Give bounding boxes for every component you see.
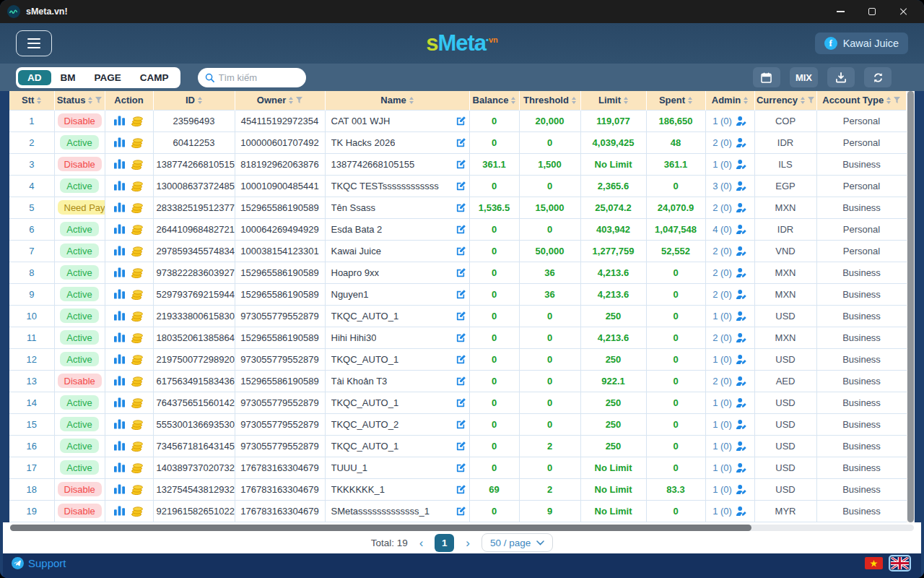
chart-icon[interactable] <box>114 332 125 342</box>
coins-icon[interactable] <box>131 202 144 213</box>
column-header-account_type[interactable]: Account Type <box>816 91 907 110</box>
chart-icon[interactable] <box>114 354 125 364</box>
chart-icon[interactable] <box>114 462 125 473</box>
filter-icon[interactable] <box>808 97 814 103</box>
admin-user-icon[interactable] <box>736 420 747 429</box>
admin-user-icon[interactable] <box>736 441 747 451</box>
sort-icon[interactable] <box>88 97 92 104</box>
coins-icon[interactable] <box>131 267 144 278</box>
edit-icon[interactable] <box>456 181 466 191</box>
edit-icon[interactable] <box>456 441 466 452</box>
admin-user-icon[interactable] <box>736 376 747 386</box>
close-button[interactable] <box>888 1 920 22</box>
vertical-scrollbar-thumb[interactable] <box>907 91 914 522</box>
column-header-action[interactable]: Action <box>105 91 153 110</box>
coins-icon[interactable] <box>131 397 144 408</box>
prev-page-button[interactable]: ‹ <box>418 537 425 549</box>
tab-page[interactable]: PAGE <box>85 70 131 85</box>
sort-icon[interactable] <box>624 97 628 104</box>
coins-icon[interactable] <box>131 376 144 387</box>
refresh-button[interactable] <box>864 67 892 87</box>
sort-icon[interactable] <box>511 97 515 104</box>
edit-icon[interactable] <box>456 332 466 343</box>
column-header-currency[interactable]: Currency <box>754 91 816 110</box>
column-header-spent[interactable]: Spent <box>646 91 705 110</box>
support-link[interactable]: Support <box>12 557 66 569</box>
admin-user-icon[interactable] <box>736 160 747 169</box>
sort-icon[interactable] <box>801 97 805 104</box>
edit-icon[interactable] <box>456 224 466 235</box>
coins-icon[interactable] <box>131 506 144 517</box>
admin-user-icon[interactable] <box>736 355 747 364</box>
edit-icon[interactable] <box>456 137 466 148</box>
admin-user-icon[interactable] <box>736 246 747 256</box>
edit-icon[interactable] <box>456 267 466 278</box>
admin-user-icon[interactable] <box>736 333 747 342</box>
chart-icon[interactable] <box>114 289 125 299</box>
chart-icon[interactable] <box>114 137 125 147</box>
vietnam-flag-icon[interactable] <box>865 557 883 569</box>
edit-icon[interactable] <box>456 397 466 408</box>
page-size-select[interactable]: 50 / page <box>481 533 553 552</box>
edit-icon[interactable] <box>456 159 466 170</box>
coins-icon[interactable] <box>131 137 144 148</box>
download-button[interactable] <box>827 67 855 87</box>
coins-icon[interactable] <box>131 484 144 495</box>
chart-icon[interactable] <box>114 159 125 169</box>
admin-user-icon[interactable] <box>736 485 747 494</box>
coins-icon[interactable] <box>131 246 144 256</box>
admin-user-icon[interactable] <box>736 290 747 299</box>
vertical-scrollbar[interactable] <box>907 91 915 522</box>
filter-icon[interactable] <box>95 97 102 103</box>
chart-icon[interactable] <box>114 376 125 386</box>
column-header-status[interactable]: Status <box>54 91 105 110</box>
coins-icon[interactable] <box>131 441 144 452</box>
admin-user-icon[interactable] <box>736 116 747 126</box>
current-page-button[interactable]: 1 <box>435 534 454 552</box>
chart-icon[interactable] <box>114 441 125 451</box>
chart-icon[interactable] <box>114 246 125 256</box>
menu-button[interactable] <box>16 30 52 56</box>
sort-icon[interactable] <box>409 97 414 104</box>
edit-icon[interactable] <box>456 419 466 430</box>
column-header-threshold[interactable]: Threshold <box>519 91 580 110</box>
chart-icon[interactable] <box>114 181 125 191</box>
chart-icon[interactable] <box>114 484 125 494</box>
sort-icon[interactable] <box>37 97 41 104</box>
tab-ad[interactable]: AD <box>18 70 51 85</box>
edit-icon[interactable] <box>456 289 466 300</box>
edit-icon[interactable] <box>456 311 466 322</box>
coins-icon[interactable] <box>131 224 144 235</box>
chart-icon[interactable] <box>114 224 125 234</box>
admin-user-icon[interactable] <box>736 506 747 516</box>
coins-icon[interactable] <box>131 159 144 170</box>
coins-icon[interactable] <box>131 116 144 126</box>
profile-button[interactable]: Kawai Juice <box>815 33 908 54</box>
edit-icon[interactable] <box>456 506 466 517</box>
edit-icon[interactable] <box>456 462 466 473</box>
minimize-button[interactable] <box>824 1 856 22</box>
admin-user-icon[interactable] <box>736 181 747 191</box>
column-header-limit[interactable]: Limit <box>580 91 646 110</box>
admin-user-icon[interactable] <box>736 225 747 234</box>
chart-icon[interactable] <box>114 506 125 516</box>
admin-user-icon[interactable] <box>736 203 747 212</box>
tab-camp[interactable]: CAMP <box>131 70 178 85</box>
admin-user-icon[interactable] <box>736 268 747 277</box>
column-header-balance[interactable]: Balance <box>469 91 519 110</box>
edit-icon[interactable] <box>456 354 466 365</box>
edit-icon[interactable] <box>456 202 466 213</box>
chart-icon[interactable] <box>114 311 125 321</box>
column-header-id[interactable]: ID <box>153 91 235 110</box>
coins-icon[interactable] <box>131 419 144 430</box>
chart-icon[interactable] <box>114 419 125 429</box>
edit-icon[interactable] <box>456 376 466 387</box>
horizontal-scrollbar-thumb[interactable] <box>10 525 751 531</box>
sort-icon[interactable] <box>289 97 293 104</box>
admin-user-icon[interactable] <box>736 311 747 321</box>
edit-icon[interactable] <box>456 484 466 495</box>
mix-button[interactable]: MIX <box>790 67 818 87</box>
sort-icon[interactable] <box>886 97 891 104</box>
coins-icon[interactable] <box>131 181 144 191</box>
search-input[interactable] <box>219 72 299 83</box>
